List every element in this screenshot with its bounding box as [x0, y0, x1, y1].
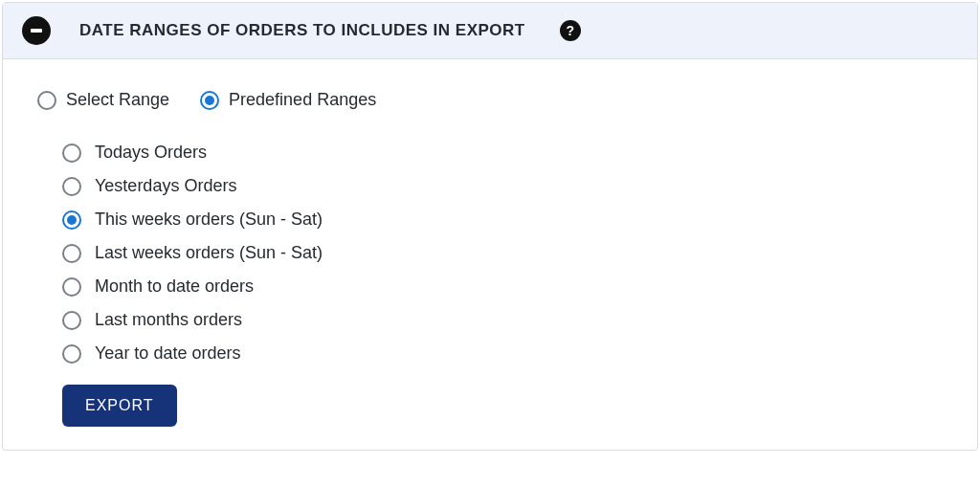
- preset-option[interactable]: This weeks orders (Sun - Sat): [62, 210, 943, 230]
- radio-icon: [62, 244, 81, 263]
- radio-icon: [62, 344, 81, 364]
- preset-option[interactable]: Last weeks orders (Sun - Sat): [62, 243, 943, 263]
- panel-header: DATE RANGES OF ORDERS TO INCLUDES IN EXP…: [3, 3, 977, 59]
- mode-predefined-ranges[interactable]: Predefined Ranges: [200, 90, 376, 110]
- minus-icon: [31, 29, 42, 33]
- preset-label: Last weeks orders (Sun - Sat): [95, 243, 323, 263]
- preset-label: Month to date orders: [95, 276, 254, 297]
- preset-option[interactable]: Yesterdays Orders: [62, 176, 943, 196]
- mode-label: Select Range: [66, 90, 169, 110]
- mode-label: Predefined Ranges: [229, 90, 376, 110]
- radio-icon: [62, 277, 81, 297]
- preset-option[interactable]: Last months orders: [62, 310, 943, 330]
- preset-label: This weeks orders (Sun - Sat): [95, 210, 323, 230]
- export-button[interactable]: EXPORT: [62, 385, 177, 427]
- preset-option[interactable]: Year to date orders: [62, 343, 943, 364]
- preset-option[interactable]: Todays Orders: [62, 143, 943, 163]
- radio-icon: [62, 144, 81, 163]
- mode-select-range[interactable]: Select Range: [37, 90, 169, 110]
- help-icon[interactable]: ?: [560, 20, 581, 41]
- date-range-panel: DATE RANGES OF ORDERS TO INCLUDES IN EXP…: [2, 2, 978, 451]
- preset-option[interactable]: Month to date orders: [62, 276, 943, 297]
- radio-icon: [200, 91, 219, 110]
- radio-icon: [37, 91, 56, 110]
- preset-label: Year to date orders: [95, 343, 240, 364]
- panel-body: Select Range Predefined Ranges Todays Or…: [3, 59, 977, 450]
- preset-label: Yesterdays Orders: [95, 176, 236, 196]
- preset-label: Last months orders: [95, 310, 242, 330]
- preset-label: Todays Orders: [95, 143, 207, 163]
- radio-icon: [62, 311, 81, 330]
- panel-title: DATE RANGES OF ORDERS TO INCLUDES IN EXP…: [79, 21, 525, 40]
- radio-icon: [62, 210, 81, 230]
- range-mode-group: Select Range Predefined Ranges: [37, 90, 943, 110]
- radio-icon: [62, 177, 81, 196]
- preset-list: Todays OrdersYesterdays OrdersThis weeks…: [37, 143, 943, 364]
- collapse-toggle[interactable]: [22, 16, 51, 45]
